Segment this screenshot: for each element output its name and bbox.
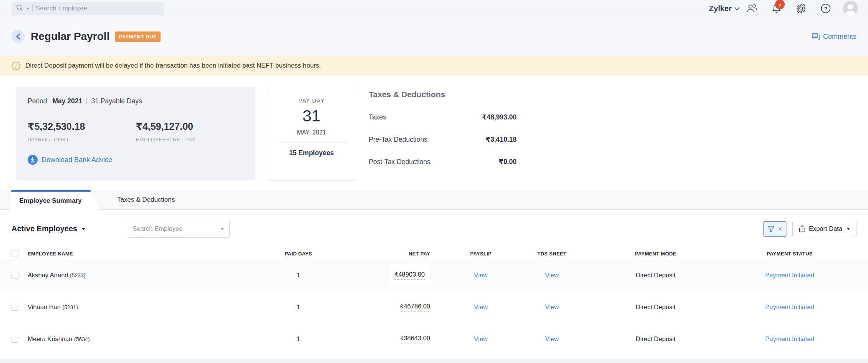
svg-text:?: ?: [824, 6, 827, 12]
payment-mode-cell: Direct Deposit: [577, 303, 734, 311]
download-bank-advice-link[interactable]: Download Bank Advice: [28, 155, 112, 165]
download-bank-advice-label: Download Bank Advice: [41, 156, 112, 164]
table-footer-strip: [0, 360, 868, 363]
column-header-payment-status: PAYMENT STATUS: [734, 251, 868, 257]
payday-card: PAY DAY 31 MAY, 2021 15 Employees: [268, 87, 355, 181]
period-label: Period:: [28, 97, 49, 105]
top-bar: Zylker 7: [0, 0, 868, 17]
period-separator: |: [86, 97, 88, 106]
payslip-view-link[interactable]: View: [435, 335, 527, 343]
info-banner: i Direct Deposit payment will be delayed…: [0, 56, 868, 76]
tds-view-link[interactable]: View: [527, 303, 577, 311]
tab-label: Employee Summary: [19, 197, 82, 205]
net-pay-cell[interactable]: ₹48903.00: [394, 271, 425, 280]
comments-link[interactable]: Comments: [812, 33, 856, 41]
column-header-payment-mode: PAYMENT MODE: [577, 251, 734, 257]
table-row: Akshay Anand (5233) 1 ₹48903.00 View Vie…: [0, 259, 868, 291]
search-icon[interactable]: [16, 4, 23, 13]
period-value: May 2021: [52, 97, 82, 105]
tax-row-label: Post-Tax Deductions: [369, 158, 431, 166]
payday-label: PAY DAY: [268, 97, 355, 104]
tds-view-link[interactable]: View: [527, 335, 577, 343]
search-scope-caret-icon[interactable]: [26, 8, 29, 10]
export-data-label: Export Data: [809, 225, 842, 232]
column-header-tds-sheet: TDS SHEET: [527, 251, 577, 257]
net-pay-cell[interactable]: ₹38643.00: [400, 335, 430, 343]
net-pay-label: EMPLOYEES' NET PAY: [136, 137, 244, 143]
employee-search-input[interactable]: [133, 225, 221, 232]
table-row: Vihaan Hari (5231) 1 ₹46786.00 View View…: [0, 291, 868, 323]
payment-status-link[interactable]: Payment Initiated: [734, 272, 868, 279]
clear-filter-icon[interactable]: ×: [778, 225, 782, 232]
back-button[interactable]: [12, 30, 25, 43]
row-checkbox[interactable]: [12, 272, 18, 279]
svg-text:i: i: [15, 63, 17, 69]
tax-row-label: Taxes: [369, 113, 386, 121]
employee-search-select[interactable]: [127, 220, 230, 238]
avatar[interactable]: [843, 1, 858, 16]
employee-name-cell: Meera Krishnan (5634): [28, 335, 243, 343]
export-icon: [799, 225, 805, 232]
column-header-paid-days: PAID DAYS: [243, 251, 354, 257]
help-button[interactable]: ?: [813, 3, 838, 14]
payday-divider: [277, 143, 346, 143]
payment-mode-cell: Direct Deposit: [577, 272, 734, 279]
paid-days-cell: 1: [243, 335, 354, 343]
employee-name: Akshay Anand: [28, 272, 68, 278]
tax-row-value: ₹3,410.18: [486, 136, 517, 144]
global-search-input[interactable]: [36, 5, 160, 12]
payslip-view-link[interactable]: View: [435, 303, 527, 311]
tax-row-label: Pre-Tax Deductions: [369, 136, 427, 144]
question-icon: ?: [820, 3, 831, 14]
tab-taxes-deductions[interactable]: Taxes & Deductions: [106, 190, 186, 209]
row-checkbox[interactable]: [12, 336, 18, 343]
referrals-button[interactable]: [740, 3, 764, 13]
payday-day: 31: [268, 107, 355, 125]
taxes-title: Taxes & Deductions: [369, 90, 517, 99]
payment-mode-cell: Direct Deposit: [577, 335, 734, 343]
tab-bar: Employee Summary Taxes & Deductions: [0, 190, 868, 210]
tax-row-value: ₹0.00: [499, 158, 517, 166]
period-card: Period: May 2021 | 31 Payable Days ₹5,32…: [16, 87, 255, 181]
tds-view-link[interactable]: View: [527, 272, 577, 279]
search-divider: [32, 5, 33, 12]
employee-name: Meera Krishnan: [28, 335, 72, 342]
org-switcher[interactable]: Zylker: [709, 4, 740, 13]
employee-name-cell: Akshay Anand (5233): [28, 272, 243, 279]
employee-id: (5634): [74, 336, 89, 342]
column-header-payslip: PAYSLIP: [435, 251, 527, 257]
employee-name-cell: Vihaan Hari (5231): [28, 303, 243, 311]
table-header-row: EMPLOYEE NAME PAID DAYS NET PAY PAYSLIP …: [0, 248, 868, 259]
gear-icon: [796, 3, 807, 14]
net-pay-cell[interactable]: ₹46786.00: [400, 303, 430, 312]
payment-status-link[interactable]: Payment Initiated: [734, 303, 868, 311]
tab-employee-summary[interactable]: Employee Summary: [11, 190, 100, 210]
employee-id: (5233): [70, 272, 85, 278]
payslip-view-link[interactable]: View: [435, 272, 527, 279]
column-header-net-pay: NET PAY: [354, 251, 435, 257]
employee-filter-dropdown[interactable]: Active Employees: [12, 224, 85, 233]
select-all-checkbox[interactable]: [12, 250, 18, 257]
comments-label: Comments: [823, 33, 856, 41]
row-checkbox[interactable]: [12, 304, 18, 311]
page-header: Regular Payroll PAYMENT DUE Comments: [0, 17, 868, 56]
column-header-employee-name: EMPLOYEE NAME: [28, 251, 243, 257]
payment-status-link[interactable]: Payment Initiated: [734, 335, 868, 343]
global-search[interactable]: [12, 2, 164, 15]
page-title: Regular Payroll: [31, 30, 109, 43]
notifications-button[interactable]: 7: [764, 3, 789, 14]
filter-button[interactable]: ×: [763, 221, 787, 237]
caret-down-icon: [81, 228, 85, 230]
tax-row-value: ₹48,993.00: [482, 113, 517, 121]
users-icon: [746, 3, 758, 13]
employee-id: (5231): [63, 304, 78, 310]
export-data-button[interactable]: Export Data: [792, 221, 856, 237]
payday-month-year: MAY, 2021: [268, 129, 355, 136]
notification-badge: 7: [775, 0, 785, 9]
summary-section: Period: May 2021 | 31 Payable Days ₹5,32…: [0, 76, 868, 190]
settings-button[interactable]: [789, 3, 813, 14]
person-icon: [843, 1, 858, 16]
banner-text: Direct Deposit payment will be delayed i…: [25, 62, 321, 70]
taxes-deductions-panel: Taxes & Deductions Taxes ₹48,993.00 Pre-…: [369, 87, 517, 166]
tab-label: Taxes & Deductions: [117, 196, 175, 204]
